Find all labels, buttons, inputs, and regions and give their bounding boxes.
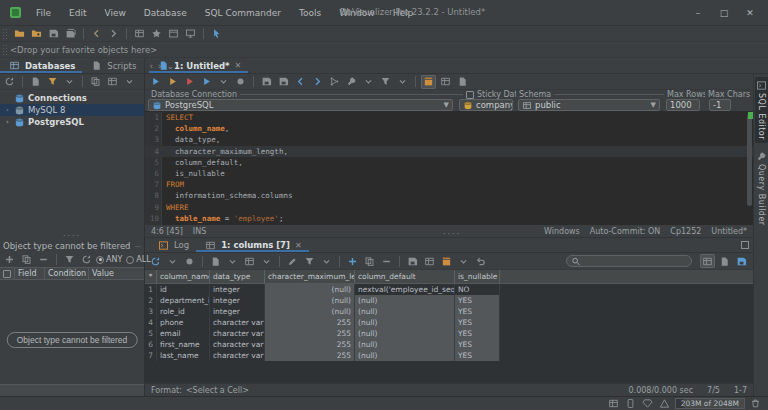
radio-any[interactable]: ANY: [96, 255, 122, 264]
chev-icon[interactable]: [456, 254, 471, 268]
stop-icon[interactable]: [233, 75, 248, 89]
max-chars-input[interactable]: -1: [709, 99, 731, 111]
cell-column_name[interactable]: id: [157, 284, 210, 295]
grid-col-header-character_maximum_length[interactable]: character_maximum_length: [265, 270, 355, 283]
expand-chevron-icon[interactable]: ›: [4, 118, 11, 126]
doc-icon[interactable]: [28, 75, 43, 89]
chev-icon[interactable]: [225, 254, 240, 268]
cursor-icon[interactable]: [209, 27, 224, 41]
expand-chevron-icon[interactable]: ›: [4, 106, 11, 114]
database-select[interactable]: company ▼: [459, 99, 513, 111]
menu-sql-commander[interactable]: SQL Commander: [198, 6, 288, 20]
table-icon[interactable]: [438, 75, 453, 89]
cell-column_name[interactable]: department_id: [157, 295, 210, 306]
tree-root-connections[interactable]: Connections: [0, 92, 144, 104]
chev-icon[interactable]: [216, 75, 231, 89]
cell-column_name[interactable]: first_name: [157, 339, 210, 350]
doc-icon[interactable]: [208, 254, 223, 268]
cell-character_maximum_length[interactable]: 255: [265, 328, 355, 339]
table-icon[interactable]: [700, 254, 715, 268]
pencil-icon[interactable]: [285, 254, 300, 268]
side-tab-sql-editor[interactable]: SQL Editor: [755, 77, 768, 143]
minimize-button[interactable]: –: [686, 4, 710, 22]
table-icon[interactable]: [105, 75, 120, 89]
copy-icon[interactable]: [19, 253, 34, 267]
table-icon[interactable]: [242, 254, 257, 268]
tab-databases[interactable]: Databases: [0, 58, 82, 73]
arrow-right-icon[interactable]: [106, 27, 121, 41]
results-tab-1-columns-7-[interactable]: 1: columns [7]✕: [196, 238, 308, 252]
refresh-icon[interactable]: [79, 253, 94, 267]
chev-icon[interactable]: [319, 254, 334, 268]
grid-col-header-column_name[interactable]: column_name: [157, 270, 210, 283]
cell-is_nullable[interactable]: YES: [455, 317, 500, 328]
maximize-results-icon[interactable]: [741, 241, 749, 249]
copy-icon[interactable]: [362, 254, 377, 268]
chev-icon[interactable]: [62, 75, 77, 89]
editor-scrollbar[interactable]: [747, 114, 752, 206]
monitor-icon[interactable]: [183, 27, 198, 41]
row-number[interactable]: 2: [145, 295, 157, 306]
cell-column_name[interactable]: last_name: [157, 350, 210, 361]
grid-col-header-is_nullable[interactable]: is_nullable: [455, 270, 500, 283]
cell-character_maximum_length[interactable]: (null): [265, 306, 355, 317]
schema-select[interactable]: public ▼: [518, 99, 660, 111]
code-line-1[interactable]: 1SELECT: [145, 112, 753, 123]
table-row-5[interactable]: 5emailcharacter varying255(null)YES: [145, 328, 753, 339]
refresh-icon[interactable]: [2, 75, 17, 89]
save-icon[interactable]: [405, 254, 420, 268]
tree-item-postgresql[interactable]: ›PostgreSQL: [0, 116, 144, 128]
chev-icon[interactable]: [165, 254, 180, 268]
cell-is_nullable[interactable]: NO: [455, 284, 500, 295]
cell-data_type[interactable]: character varying: [210, 328, 265, 339]
chev-icon[interactable]: [122, 75, 137, 89]
arrow-left-icon[interactable]: [89, 27, 104, 41]
filter-select-all[interactable]: [0, 268, 15, 279]
cell-column_default[interactable]: (null): [355, 295, 455, 306]
cell-column_default[interactable]: (null): [355, 339, 455, 350]
doc-icon[interactable]: [455, 75, 470, 89]
copy-icon[interactable]: [88, 75, 103, 89]
folder-add-icon[interactable]: [29, 27, 44, 41]
code-line-8[interactable]: 8 information_schema.columns: [145, 190, 753, 201]
close-button[interactable]: ✕: [738, 4, 762, 22]
tree-item-mysql-8[interactable]: ›MySQL 8: [0, 104, 144, 116]
code-line-10[interactable]: 10 table_name = 'employee';: [145, 213, 753, 224]
toolbar-grip[interactable]: [2, 28, 7, 40]
save-icon[interactable]: [46, 27, 61, 41]
code-line-5[interactable]: 5 column_default,: [145, 157, 753, 168]
menu-edit[interactable]: Edit: [62, 6, 93, 20]
warn-icon[interactable]: [657, 397, 672, 410]
cell-character_maximum_length[interactable]: (null): [265, 295, 355, 306]
phone-icon[interactable]: [623, 397, 638, 410]
cell-data_type[interactable]: integer: [210, 284, 265, 295]
undo-icon[interactable]: [473, 254, 488, 268]
minus-icon[interactable]: [36, 253, 51, 267]
funnel-icon[interactable]: [45, 75, 60, 89]
table-row-4[interactable]: 4phonecharacter varying255(null)YES: [145, 317, 753, 328]
cell-data_type[interactable]: character varying: [210, 350, 265, 361]
table-icon[interactable]: [132, 27, 147, 41]
cell-is_nullable[interactable]: YES: [455, 328, 500, 339]
cell-column_name[interactable]: phone: [157, 317, 210, 328]
refresh-icon[interactable]: [148, 254, 163, 268]
plus-icon[interactable]: [345, 254, 360, 268]
row-number[interactable]: 3: [145, 306, 157, 317]
results-tab-log[interactable]: Log: [149, 238, 196, 252]
row-number[interactable]: 1: [145, 284, 157, 295]
cell-character_maximum_length[interactable]: 255: [265, 317, 355, 328]
chev-icon[interactable]: [259, 254, 274, 268]
grid-search-input[interactable]: [566, 255, 692, 267]
cell-data_type[interactable]: character varying: [210, 339, 265, 350]
table-row-7[interactable]: 7last_namecharacter varying255(null)YES: [145, 350, 753, 361]
filter-horizontal-scrollbar[interactable]: [0, 384, 144, 396]
row-number[interactable]: 4: [145, 317, 157, 328]
tab-scripts[interactable]: Scripts: [82, 58, 143, 73]
arrow-left-icon[interactable]: [293, 75, 308, 89]
cell-data_type[interactable]: integer: [210, 295, 265, 306]
save-all-icon[interactable]: [63, 27, 78, 41]
funnel-icon[interactable]: [302, 254, 317, 268]
arrow-right-icon[interactable]: [310, 75, 325, 89]
table-row-3[interactable]: 3role_idinteger(null)(null)YES: [145, 306, 753, 317]
grid-corner-header[interactable]: *: [145, 270, 157, 283]
